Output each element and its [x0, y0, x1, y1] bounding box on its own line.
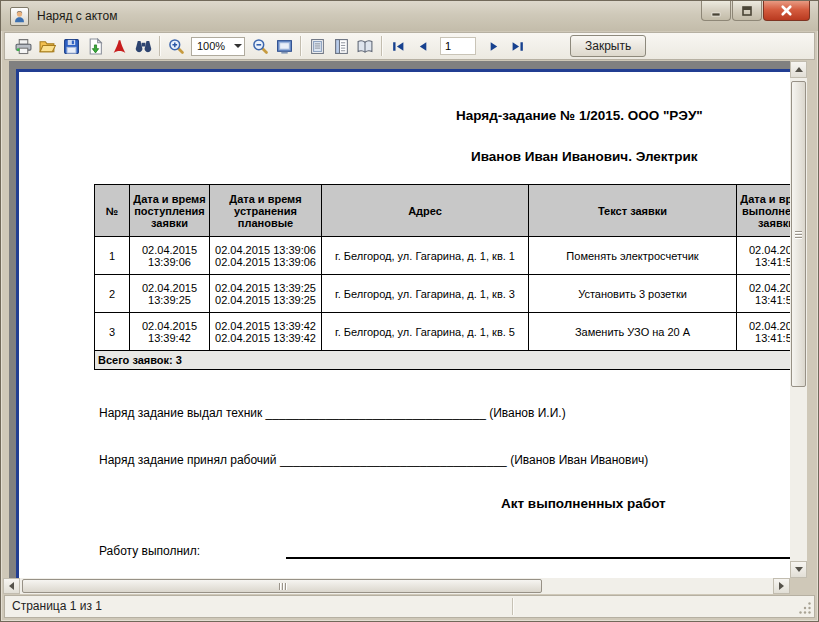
outline-view-icon	[333, 38, 350, 55]
page-number-input[interactable]	[440, 37, 476, 55]
sig-name: (Иванов И.И.)	[489, 406, 565, 420]
table-cell: г. Белгород, ул. Гагарина, д. 1, кв. 1	[322, 237, 529, 275]
table-cell: 02.04.2015 13:39:06	[130, 237, 210, 275]
whole-page-icon	[276, 38, 293, 55]
table-cell: 02.04.2015 13:41:52	[737, 313, 791, 351]
page-setup-icon	[309, 38, 326, 55]
page-info: Страница 1 из 1	[12, 596, 102, 617]
toolbar-separator	[300, 36, 301, 56]
title-bar: Наряд с актом	[1, 1, 818, 31]
scroll-down-button[interactable]	[790, 561, 807, 578]
column-header: Адрес	[322, 185, 529, 237]
close-button[interactable]	[763, 1, 810, 21]
save-button[interactable]	[59, 35, 83, 57]
zoom-in-button[interactable]	[164, 35, 188, 57]
table-cell: 1	[95, 237, 130, 275]
thumb-grip-icon	[279, 583, 286, 590]
maximize-button[interactable]	[732, 1, 762, 21]
table-cell: 02.04.2015 13:39:25	[130, 275, 210, 313]
horizontal-scroll-thumb[interactable]	[22, 579, 542, 593]
signature-line-technician: Наряд задание выдал техник _____________…	[99, 406, 566, 420]
act-title: Акт выполненных работ	[501, 496, 666, 511]
statusbar-divider	[512, 598, 513, 615]
table-cell: г. Белгород, ул. Гагарина, д. 1, кв. 3	[322, 275, 529, 313]
horizontal-scrollbar[interactable]	[3, 578, 790, 594]
minimize-button[interactable]	[701, 1, 731, 21]
column-header: Дата и время поступления заявки	[130, 185, 210, 237]
signature-line-worker: Наряд задание принял рабочий ___________…	[99, 453, 648, 467]
column-header: №	[95, 185, 130, 237]
table-cell: 02.04.2015 13:39:06 02.04.2015 13:39:06	[210, 237, 322, 275]
total-label: Всего заявок: 3	[95, 351, 791, 370]
scroll-right-button[interactable]	[773, 578, 790, 594]
scroll-up-button[interactable]	[790, 61, 807, 78]
table-cell: 02.04.2015 13:41:52	[737, 237, 791, 275]
window-title: Наряд с актом	[37, 1, 117, 31]
table-cell: 3	[95, 313, 130, 351]
table-cell: 2	[95, 275, 130, 313]
first-page-icon	[391, 40, 405, 53]
find-button[interactable]	[131, 35, 155, 57]
zoom-in-icon	[168, 38, 185, 55]
caption-buttons	[700, 1, 810, 21]
report-title: Наряд-задание № 1/2015. ООО "РЭУ"	[456, 108, 703, 123]
scroll-left-button[interactable]	[3, 578, 20, 594]
whole-page-button[interactable]	[272, 35, 296, 57]
maximize-icon	[741, 5, 753, 17]
first-page-button[interactable]	[386, 35, 410, 57]
vertical-scrollbar[interactable]	[790, 61, 807, 578]
arrow-up-icon	[795, 67, 803, 72]
window-icon	[10, 7, 29, 26]
sig-blank: _________________________________	[266, 406, 486, 420]
vertical-scroll-thumb[interactable]	[791, 81, 806, 387]
work-done-label: Работу выполнил:	[99, 544, 200, 558]
table-cell: Поменять электросчетчик	[529, 237, 737, 275]
toolbar-separator	[381, 36, 382, 56]
requests-table: № Дата и время поступления заявки Дата и…	[94, 184, 790, 370]
save-icon	[63, 38, 80, 55]
arrow-left-icon	[9, 582, 14, 590]
report-page: Наряд-задание № 1/2015. ООО "РЭУ" Иванов…	[16, 69, 790, 578]
pdf-button[interactable]	[107, 35, 131, 57]
table-cell: г. Белгород, ул. Гагарина, д. 1, кв. 5	[322, 313, 529, 351]
toolbar: 100%	[4, 32, 815, 60]
pdf-icon	[111, 38, 128, 55]
zoom-combo[interactable]: 100%	[191, 37, 245, 56]
work-done-rule	[286, 543, 790, 559]
open-button[interactable]	[35, 35, 59, 57]
book-view-icon	[356, 38, 374, 55]
last-page-icon	[511, 40, 525, 53]
column-header: Текст заявки	[529, 185, 737, 237]
last-page-button[interactable]	[506, 35, 530, 57]
table-row: 2 02.04.2015 13:39:25 02.04.2015 13:39:2…	[95, 275, 791, 313]
print-button[interactable]	[11, 35, 35, 57]
book-view-button[interactable]	[353, 35, 377, 57]
resize-grip-icon[interactable]	[799, 602, 812, 615]
table-row: 1 02.04.2015 13:39:06 02.04.2015 13:39:0…	[95, 237, 791, 275]
person-icon	[13, 10, 26, 23]
thumb-grip-icon	[795, 231, 802, 238]
zoom-out-button[interactable]	[248, 35, 272, 57]
open-folder-icon	[39, 38, 56, 55]
export-button[interactable]	[83, 35, 107, 57]
next-page-button[interactable]	[482, 35, 506, 57]
toolbar-separator	[159, 36, 160, 56]
table-cell: 02.04.2015 13:39:42	[130, 313, 210, 351]
table-cell: Установить 3 розетки	[529, 275, 737, 313]
column-header: Дата и время устранения плановые	[210, 185, 322, 237]
arrow-right-icon	[779, 582, 784, 590]
prev-page-icon	[416, 40, 429, 53]
minimize-icon	[710, 5, 722, 17]
column-header: Дата и время выполнения заявки	[737, 185, 791, 237]
prev-page-button[interactable]	[410, 35, 434, 57]
page-setup-button[interactable]	[305, 35, 329, 57]
outline-view-button[interactable]	[329, 35, 353, 57]
document-viewport: Наряд-задание № 1/2015. ООО "РЭУ" Иванов…	[9, 61, 790, 578]
zoom-value: 100%	[197, 40, 231, 52]
zoom-out-icon	[252, 38, 269, 55]
sig-name: (Иванов Иван Иванович)	[510, 453, 648, 467]
table-cell: 02.04.2015 13:41:52	[737, 275, 791, 313]
zoom-dropdown-button[interactable]	[231, 38, 244, 55]
table-header-row: № Дата и время поступления заявки Дата и…	[95, 185, 791, 237]
close-preview-button[interactable]: Закрыть	[570, 35, 646, 57]
